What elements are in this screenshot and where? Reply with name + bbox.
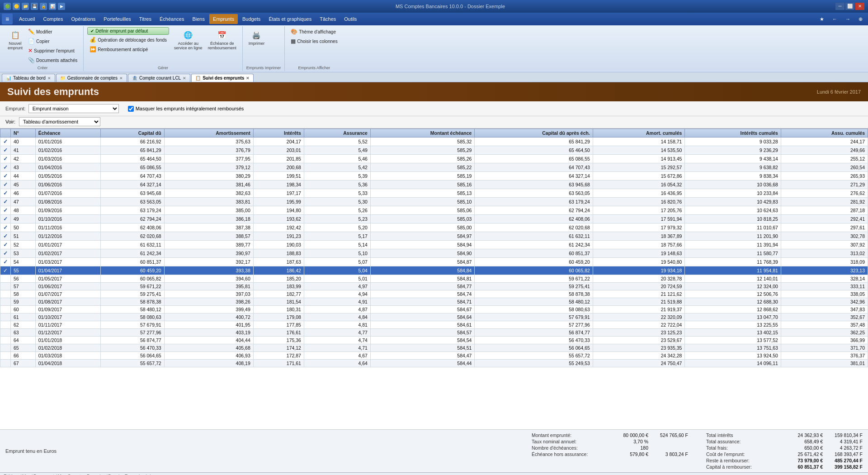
minimize-button[interactable]: ─	[835, 3, 844, 10]
menu-titres[interactable]: Titres	[136, 14, 155, 24]
table-row[interactable]: 6101/10/201758 080,63400,72179,084,84584…	[0, 314, 868, 321]
table-cell: 197,17	[253, 189, 304, 198]
echeance-remboursement-button[interactable]: 📅 Échéance deremboursement	[206, 27, 239, 52]
table-cell: 585,22	[370, 163, 475, 172]
table-row[interactable]: ✓5301/02/201761 242,34390,97188,835,1058…	[0, 249, 868, 258]
footer: Emprunt tenu en Euros Montant emprunté: …	[0, 429, 868, 472]
table-cell: 194,80	[253, 206, 304, 215]
stat-montant-val2: 524 765,60 F	[652, 432, 688, 438]
table-row[interactable]: ✓5101/12/201662 020,68388,57191,235,1758…	[0, 232, 868, 241]
nav-star[interactable]: ★	[816, 14, 828, 24]
tab-gestionnaire[interactable]: 📁 Gestionnaire de comptes ✕	[56, 74, 127, 82]
remboursement-anticipe-button[interactable]: ⏩ Remboursement anticipé	[87, 45, 169, 54]
app-menu-button[interactable]: ≡	[2, 14, 13, 24]
copier-button[interactable]: 📄 Copier	[26, 37, 80, 46]
table-row[interactable]: ✓4701/08/201663 563,05383,81195,995,3058…	[0, 198, 868, 206]
supprimer-button[interactable]: ✕ Supprimer l'emprunt	[26, 46, 80, 55]
stat-ta-label: Total assurance:	[706, 439, 778, 444]
table-row[interactable]: 6601/03/201856 064,65406,93172,874,67584…	[0, 352, 868, 360]
table-cell: 9 236,29	[685, 146, 781, 155]
nav-plus[interactable]: ⊕	[855, 14, 866, 24]
theme-affichage-button[interactable]: 🎨 Thème d'affichage	[288, 27, 340, 36]
table-row[interactable]: 5601/05/201760 065,82394,60185,205,01584…	[0, 275, 868, 283]
tab-close-0[interactable]: ✕	[47, 76, 51, 81]
voir-select[interactable]: Tableau d'amortissement	[19, 117, 100, 126]
table-row[interactable]: ✓4601/07/201663 945,68382,63197,175,3358…	[0, 189, 868, 198]
tab-close-2[interactable]: ✕	[183, 76, 186, 81]
table-cell: 585,00	[370, 223, 475, 232]
mask-checkbox[interactable]	[128, 106, 134, 112]
nav-back[interactable]: ←	[829, 14, 841, 24]
table-row[interactable]: 6301/12/201757 277,96403,19176,614,77584…	[0, 329, 868, 337]
table-cell: 60 065,82	[101, 275, 165, 283]
table-wrapper[interactable]: N° Échéance Capital dû Amortissement Int…	[0, 128, 868, 429]
acceder-service-button[interactable]: 🌐 Accéder auservice en ligne	[172, 27, 205, 52]
table-row[interactable]: ✓4201/03/201665 464,50377,95201,855,4658…	[0, 155, 868, 163]
table-row[interactable]: ✓5201/01/201761 632,11389,77190,035,1458…	[0, 241, 868, 249]
menu-comptes[interactable]: Comptes	[39, 14, 66, 24]
tab-compte-lcl[interactable]: 🏦 Compte courant LCL ✕	[128, 74, 190, 82]
documents-attaches-button[interactable]: 📎 Documents attachés	[26, 56, 80, 65]
imprimer-button[interactable]: 🖨️ Imprimer	[246, 27, 267, 48]
table-row[interactable]: ✓5501/04/201760 459,20393,38186,425,0458…	[0, 266, 868, 275]
table-cell: 54	[11, 258, 36, 266]
table-cell: 5,07	[304, 258, 370, 266]
table-row[interactable]: ✓5401/03/201760 851,37392,17187,635,0758…	[0, 258, 868, 266]
restore-button[interactable]: ⬜	[845, 3, 854, 10]
table-row[interactable]: ✓4901/10/201662 794,24386,18193,625,2358…	[0, 215, 868, 223]
table-row[interactable]: 6001/09/201758 480,12399,49180,314,87584…	[0, 306, 868, 314]
menu-budgets[interactable]: Budgets	[239, 14, 264, 24]
menu-accueil[interactable]: Accueil	[15, 14, 38, 24]
table-row[interactable]: ✓4101/02/201665 841,29376,79203,015,4958…	[0, 146, 868, 155]
menu-etats[interactable]: États et graphiques	[265, 14, 315, 24]
menu-operations[interactable]: Opérations	[68, 14, 99, 24]
menu-emprunts[interactable]: Emprunts	[209, 14, 238, 24]
operation-deblocage-button[interactable]: 💰 Opération de déblocage des fonds	[87, 35, 169, 44]
table-row[interactable]: 6401/01/201856 874,77404,44175,364,74584…	[0, 337, 868, 344]
definir-emprunt-button[interactable]: ✔ Définir emprunt par défaut	[87, 27, 169, 35]
table-row[interactable]: 6201/11/201757 679,91401,95177,854,81584…	[0, 321, 868, 329]
tab-close-3[interactable]: ✕	[246, 76, 250, 81]
stat-ti-label: Total intérêts	[706, 432, 778, 438]
emprunt-select[interactable]: Emprunt maison	[28, 104, 119, 113]
table-cell: 4,84	[304, 314, 370, 321]
tab-tableau-de-bord[interactable]: 📊 Tableau de bord ✕	[2, 74, 55, 82]
table-row[interactable]: 5901/08/201758 878,38398,26181,544,91584…	[0, 298, 868, 306]
table-cell: 4,81	[304, 321, 370, 329]
table-row[interactable]: 5801/07/201759 275,41397,03182,774,94584…	[0, 290, 868, 298]
table-row[interactable]: ✓4501/06/201664 327,14381,46198,345,3658…	[0, 180, 868, 189]
table-row[interactable]: ✓4801/09/201663 179,24385,00194,805,2658…	[0, 206, 868, 215]
table-cell	[0, 329, 11, 337]
close-button[interactable]: ✕	[855, 3, 864, 10]
table-row[interactable]: 5701/06/201759 671,22395,81183,994,97584…	[0, 283, 868, 290]
table-cell: 172,87	[253, 352, 304, 360]
table-cell: 01/12/2017	[35, 329, 100, 337]
table-cell	[0, 283, 11, 290]
tab-suivi-emprunts[interactable]: 📋 Suivi des emprunts ✕	[191, 74, 254, 82]
table-row[interactable]: ✓4001/01/201666 216,92375,63204,175,5258…	[0, 138, 868, 146]
table-cell: 276,62	[781, 189, 868, 198]
table-cell: 21 919,37	[593, 306, 685, 314]
table-row[interactable]: ✓5001/11/201662 408,06387,38192,425,2058…	[0, 223, 868, 232]
table-row[interactable]: ✓4401/05/201664 707,43380,29199,515,3958…	[0, 172, 868, 180]
menu-outils[interactable]: Outils	[340, 14, 360, 24]
table-cell: 57 277,96	[475, 321, 593, 329]
imprimer-group-label: Emprunts Imprimer	[246, 65, 281, 70]
menu-taches[interactable]: Tâches	[316, 14, 340, 24]
window-controls[interactable]: ─ ⬜ ✕	[835, 3, 864, 10]
stat-ce-val2: 168 393,47 F	[826, 451, 863, 457]
nav-forward[interactable]: →	[842, 14, 854, 24]
table-cell: 11 391,94	[685, 241, 781, 249]
table-row[interactable]: 6501/02/201856 470,33405,68174,124,71584…	[0, 344, 868, 352]
nouveau-emprunt-button[interactable]: 📋 Nouvelemprunt	[5, 27, 25, 52]
menu-echeances[interactable]: Échéances	[156, 14, 188, 24]
table-cell: 584,61	[370, 321, 475, 329]
table-cell: 4,87	[304, 306, 370, 314]
table-row[interactable]: ✓4301/04/201665 086,55379,12200,685,4258…	[0, 163, 868, 172]
table-row[interactable]: 6701/04/201855 657,72408,19171,614,64584…	[0, 360, 868, 367]
choisir-colonnes-button[interactable]: ▦ Choisir les colonnes	[288, 37, 340, 46]
tab-close-1[interactable]: ✕	[119, 76, 123, 81]
menu-portefeuilles[interactable]: Portefeuilles	[100, 14, 135, 24]
menu-biens[interactable]: Biens	[189, 14, 208, 24]
modifier-button[interactable]: ✏️ Modifier	[26, 27, 80, 36]
